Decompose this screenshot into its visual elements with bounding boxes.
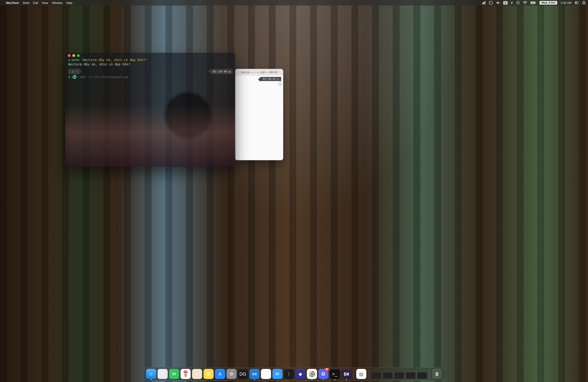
menubar-item-window[interactable]: Window: [52, 1, 63, 5]
dock-app-textedit[interactable]: ✎: [261, 369, 271, 379]
dock-app-calendar[interactable]: OCT9: [181, 369, 191, 379]
svg-rect-2: [485, 1, 485, 4]
terminal-app-content[interactable]: 02:28:42 ◔: [235, 76, 283, 79]
menubar-time[interactable]: 2:30 AM: [560, 1, 571, 5]
menubar: WezTerm Shell Edit View Window Help S V …: [0, 0, 588, 5]
dock-separator: [354, 369, 354, 379]
dock-app-mail[interactable]: ✉: [273, 369, 283, 379]
dock-app-launchpad[interactable]: ⠿: [158, 369, 168, 379]
wezterm-output-1: Wezterm đây nè, nhìn có đẹp hôn?: [68, 62, 233, 67]
menubar-status-s-icon[interactable]: S: [503, 1, 508, 5]
menubar-item-view[interactable]: View: [42, 1, 48, 5]
dock-minimized-window[interactable]: [383, 372, 393, 379]
dock: ☺⠿✉OCT9▭≣A⚙DG⋈✎✉⧘◆✪20>_$W▤🗑: [0, 367, 588, 381]
dock-minimized-window[interactable]: [371, 372, 381, 379]
svg-rect-3: [489, 1, 492, 4]
menubar-status-play-icon[interactable]: [516, 1, 520, 5]
svg-point-6: [525, 4, 525, 4]
dock-app-finder[interactable]: ☺: [146, 369, 156, 379]
home-icon: ⌂: [72, 69, 74, 74]
menubar-wifi-icon[interactable]: [523, 1, 527, 4]
prompt1-arg: "Wezterm đây nè, nhìn có đẹp hôn?": [81, 58, 147, 62]
terminal-app-cursor: [279, 82, 281, 85]
svg-point-13: [583, 2, 585, 3]
dock-app-messages[interactable]: ✉: [169, 369, 179, 379]
svg-rect-0: [482, 2, 483, 4]
terminal-app-window[interactable]: ook-Air — ~ — -zsh — 80×24 02:28:42 ◔: [235, 69, 283, 160]
dock-app-terminal[interactable]: >_: [330, 369, 340, 379]
clock-icon: ◔: [229, 69, 230, 74]
menubar-status-v-icon[interactable]: V: [511, 1, 513, 5]
dock-minimized-window[interactable]: [406, 372, 416, 379]
svg-point-4: [490, 2, 490, 2]
wezterm-terminal-area[interactable]: ❯ echo "Wezterm đây nè, nhìn có đẹp hôn?…: [65, 53, 235, 167]
dock-badge: 20: [324, 368, 329, 371]
prompt1-command: echo: [71, 58, 79, 62]
menubar-item-edit[interactable]: Edit: [33, 1, 38, 5]
dock-app-protonpass[interactable]: ◆: [295, 369, 305, 379]
dock-minimized-window[interactable]: [394, 372, 404, 379]
dock-separator: [369, 369, 369, 379]
dock-app-chrome[interactable]: [307, 369, 317, 379]
dock-app-appstore[interactable]: A: [215, 369, 225, 379]
svg-rect-8: [535, 2, 536, 3]
terminal-app-title: ook-Air — ~ — -zsh — 80×24: [237, 71, 281, 74]
dock-minimized-window[interactable]: [417, 372, 427, 379]
prompt-chevron-icon: ❯: [68, 58, 70, 62]
dock-app-datagrip[interactable]: DG: [238, 369, 248, 379]
menubar-status-cloud-icon[interactable]: [496, 1, 500, 4]
wezterm-window[interactable]: ❯ echo "Wezterm đây nè, nhìn có đẹp hôn?…: [65, 53, 235, 167]
wezterm-prompt-1: ❯ echo "Wezterm đây nè, nhìn có đẹp hôn?…: [68, 58, 233, 62]
chrome-icon: [309, 371, 315, 377]
dock-trash[interactable]: 🗑: [432, 369, 442, 379]
dock-container: ☺⠿✉OCT9▭≣A⚙DG⋈✎✉⧘◆✪20>_$W▤🗑: [144, 367, 445, 381]
terminal-app-titlebar[interactable]: ook-Air — ~ — -zsh — 80×24: [235, 69, 283, 76]
dock-app-settings[interactable]: ⚙: [227, 369, 237, 379]
powerline-arrow-right-icon: [79, 69, 82, 74]
path-segment: ~: [76, 69, 78, 74]
terminal-app-status-time: 02:28:42 ◔: [260, 77, 281, 81]
prompt2-cursor: s: [74, 75, 76, 79]
menubar-user-icon[interactable]: [582, 1, 586, 5]
menubar-status-screen-icon[interactable]: [489, 1, 493, 4]
wezterm-statusline: ⌂ ~ 02:29:40 ◔: [68, 69, 233, 74]
dock-app-vscode[interactable]: ⋈: [250, 369, 260, 379]
powerline-arrow-left-icon: [208, 69, 211, 74]
dock-app-wezterm[interactable]: $W: [341, 369, 351, 379]
prompt2-typed: s: [71, 75, 73, 79]
menubar-date[interactable]: Wed, 9 Oct: [540, 1, 557, 5]
menubar-status-bars-icon[interactable]: [482, 1, 486, 4]
svg-rect-1: [483, 2, 484, 4]
menubar-app-name[interactable]: WezTerm: [6, 1, 19, 5]
dock-app-contacts[interactable]: ▭: [192, 369, 202, 379]
dock-app-discord[interactable]: ✪20: [318, 369, 328, 379]
wezterm-status-time: 02:29:40: [213, 69, 227, 74]
menubar-item-help[interactable]: Help: [66, 1, 72, 5]
dock-recent-app[interactable]: ▤: [356, 369, 366, 379]
wezterm-prompt-2[interactable]: ❯ ssh-add ~/.ssh/thiennguyen-pp: [68, 75, 233, 79]
svg-point-11: [575, 2, 577, 3]
prompt2-autosuggest: h-add ~/.ssh/thiennguyen-pp: [76, 75, 128, 79]
dock-app-activity-monitor[interactable]: ⧘: [284, 369, 294, 379]
clock-icon: ◔: [277, 77, 279, 80]
menubar-switch-icon[interactable]: [575, 1, 579, 4]
prompt-chevron-icon: ❯: [68, 75, 70, 79]
menubar-item-shell[interactable]: Shell: [23, 1, 29, 5]
menubar-battery-icon[interactable]: [530, 1, 536, 4]
dock-app-notes[interactable]: ≣: [204, 369, 214, 379]
